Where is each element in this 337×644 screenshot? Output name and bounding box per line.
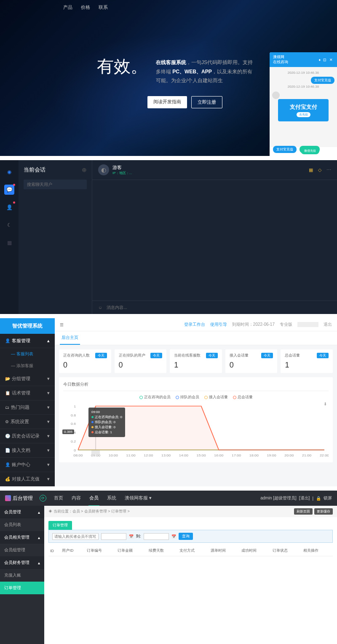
- svg-text:08:00: 08:00: [73, 453, 83, 457]
- tab-orders[interactable]: 订单管理: [48, 521, 72, 530]
- chat-message: 支付宝充值: [311, 77, 334, 84]
- sidebar-item[interactable]: ⚙系统设置▾: [0, 415, 55, 429]
- fullscreen-link[interactable]: 锁屏: [324, 495, 332, 501]
- chat-timestamp: 2020-12-19 10:46.36: [272, 71, 334, 75]
- calendar-icon[interactable]: ▦: [309, 167, 313, 173]
- register-button[interactable]: 立即注册: [191, 96, 222, 108]
- legend-item[interactable]: 排队的会员: [176, 394, 199, 400]
- chat-icon[interactable]: 💬: [4, 185, 14, 195]
- download-icon[interactable]: ⬇: [324, 402, 327, 406]
- nav-item[interactable]: 澳领网客服 ▾: [124, 491, 152, 506]
- emoji-icon[interactable]: ☺: [98, 305, 102, 310]
- read-guide-button[interactable]: 阅读开发指南: [147, 96, 187, 108]
- user-avatar-icon: ◐: [98, 164, 109, 175]
- svg-rect-21: [91, 450, 100, 455]
- sidebar-item[interactable]: 📄接入文档▾: [0, 443, 55, 458]
- stat-label: 接入会话量: [230, 353, 249, 358]
- date-to-input[interactable]: [144, 533, 169, 540]
- calendar-icon[interactable]: 📅: [171, 534, 176, 539]
- sidebar-subitem[interactable]: — 添加客服: [0, 360, 55, 372]
- logo-icon: [5, 495, 11, 501]
- column-header: 相关操作: [302, 545, 333, 556]
- chat-card-tag[interactable]: 去充值: [297, 112, 310, 117]
- svg-text:16:00: 16:00: [214, 453, 224, 457]
- sidebar-item[interactable]: 👤客服管理▴: [0, 334, 55, 348]
- logo-icon[interactable]: ◉: [4, 167, 14, 177]
- sidebar-item[interactable]: 充值入账: [0, 569, 44, 582]
- user-badge: [297, 322, 318, 327]
- chat-widget: 澳领网 在线咨询 ♦ ⊡ ✕ 2020-12-19 10:46.36 支付宝充值…: [270, 52, 337, 156]
- chat-header-icons[interactable]: ♦ ⊡ ✕: [318, 58, 334, 62]
- search-input[interactable]: [24, 180, 87, 189]
- sidebar-item[interactable]: 🗂热门问题▾: [0, 400, 55, 415]
- sidebar-item[interactable]: 订单管理: [0, 582, 44, 594]
- date-from-input[interactable]: [101, 533, 126, 540]
- refresh-page-button[interactable]: 刷新页面: [294, 508, 313, 515]
- breadcrumb: ◈ 当前位置：会员 > 会员财务管理 > 订单管理 >: [48, 509, 130, 514]
- bubble-icon[interactable]: ◇: [318, 167, 321, 173]
- quick-reply[interactable]: 微信充值: [301, 148, 319, 154]
- nav-item[interactable]: 会员: [88, 491, 99, 506]
- add-session-icon[interactable]: ⊕: [82, 166, 87, 173]
- svg-text:0.8: 0.8: [71, 413, 76, 417]
- tab-home[interactable]: 后台主页: [60, 331, 80, 345]
- query-button[interactable]: 查询: [179, 533, 193, 540]
- update-cache-button[interactable]: 更新缓存: [314, 508, 333, 515]
- chart: ⬇ 0.395 09:00正在咨询的会员: 0排队的会员: 0接入会话量: 0总…: [63, 403, 329, 458]
- legend-item[interactable]: 正在咨询的会员: [139, 394, 171, 400]
- package-label: 专业版: [280, 322, 292, 327]
- lock-icon[interactable]: 🔒: [316, 496, 321, 501]
- buyer-input[interactable]: [52, 533, 99, 540]
- column-header: 用户ID: [60, 545, 85, 556]
- svg-text:14:00: 14:00: [179, 453, 189, 457]
- calendar-icon[interactable]: 📅: [129, 534, 134, 539]
- hero-description: 在线客服系统，一句JS代码即插即用。支持多终端 PC、WEB、APP，以及未来的…: [156, 58, 253, 86]
- more-icon[interactable]: ⋯: [326, 167, 331, 173]
- refresh-icon[interactable]: ⟳: [40, 495, 46, 502]
- stat-card: 接入会话量今天0: [225, 349, 278, 373]
- stat-card: 当前在线客服数今天1: [170, 349, 222, 373]
- user-meta: IP：地区：...: [112, 171, 132, 175]
- stat-badge: 今天: [150, 353, 162, 358]
- stat-label: 正在排队的用户: [119, 353, 145, 358]
- stat-label: 当前在线客服数: [174, 353, 201, 358]
- to-label: 到:: [136, 534, 141, 539]
- legend-item[interactable]: 接入会话量: [204, 394, 228, 400]
- guide-link[interactable]: 使用引导: [210, 322, 227, 327]
- nav-item[interactable]: 内容: [71, 491, 82, 506]
- sidebar-subitem[interactable]: — 客服列表: [0, 348, 55, 360]
- agent-avatar-icon: [272, 91, 280, 99]
- sidebar-item[interactable]: 👤账户中心▾: [0, 458, 55, 472]
- menu-toggle-icon[interactable]: ☰: [60, 322, 64, 327]
- chat-card[interactable]: 支付宝支付 去充值: [278, 99, 329, 121]
- column-header: ID: [48, 545, 60, 556]
- sidebar-item[interactable]: 📂分组管理▾: [0, 372, 55, 386]
- nav-contact[interactable]: 联系: [99, 4, 108, 11]
- nav-product[interactable]: 产品: [63, 4, 72, 11]
- nav-price[interactable]: 价格: [81, 4, 90, 11]
- moon-icon[interactable]: ☾: [4, 220, 14, 230]
- legend-item[interactable]: 总会话量: [233, 394, 253, 400]
- logout-link[interactable]: [退出]: [299, 495, 310, 501]
- contacts-icon[interactable]: 👤: [4, 202, 14, 212]
- workspace-link[interactable]: 登录工作台: [184, 322, 205, 327]
- grid-icon[interactable]: ▦: [4, 238, 14, 248]
- stat-badge: 今天: [95, 353, 107, 358]
- logo: 后台管理: [5, 495, 33, 502]
- message-input[interactable]: [107, 305, 331, 310]
- svg-text:22:00: 22:00: [320, 453, 329, 457]
- nav-item[interactable]: 首页: [53, 491, 64, 506]
- sidebar-item[interactable]: 📋话术管理▾: [0, 386, 55, 400]
- sidebar-item[interactable]: 🕑历史会话记录▾: [0, 429, 55, 443]
- svg-text:12:00: 12:00: [144, 453, 153, 457]
- quick-reply[interactable]: 支付宝充值: [273, 146, 297, 153]
- expire-label: 到期时间：2022-06-17: [232, 322, 275, 327]
- sidebar-item[interactable]: 会员财务管理▴: [0, 556, 44, 569]
- sidebar-item[interactable]: 会员组管理: [0, 544, 44, 556]
- sidebar-item[interactable]: 会员相关管理▴: [0, 531, 44, 544]
- sidebar-item[interactable]: 💰对接人工充值▾: [0, 472, 55, 486]
- sidebar-item[interactable]: 会员管理▴: [0, 506, 44, 518]
- logout-link[interactable]: 退出: [324, 322, 332, 327]
- sidebar-item[interactable]: 会员列表: [0, 518, 44, 531]
- nav-item[interactable]: 系统: [106, 491, 117, 506]
